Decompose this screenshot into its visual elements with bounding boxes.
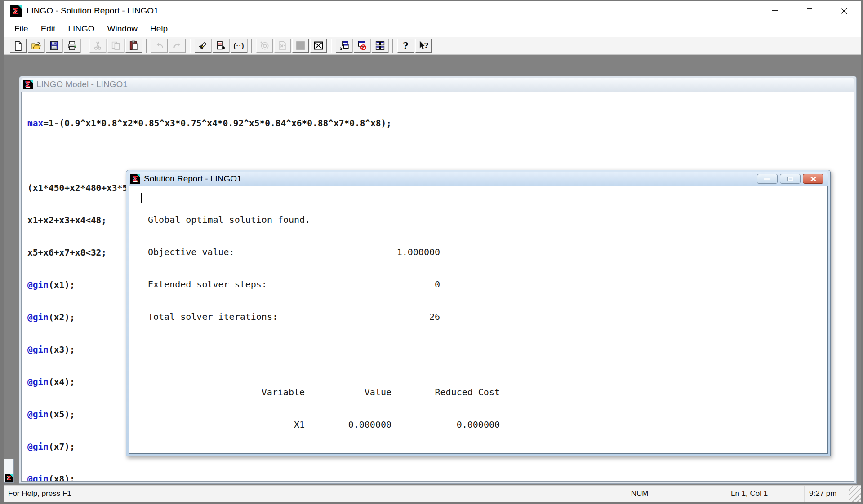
report-content: Global optimal solution found. 1.000000O… bbox=[142, 193, 500, 454]
target-icon bbox=[259, 40, 270, 51]
report-window-title-bar[interactable]: Σ Solution Report - LINGO1 bbox=[129, 172, 828, 186]
mdi-area: Σ LINGO Model - LINGO1 max=1-(0.9^x1*0.8… bbox=[4, 55, 861, 485]
menu-bar: File Edit LINGO Window Help bbox=[4, 21, 861, 37]
title-bar: Σ LINGO - Solution Report - LINGO1 bbox=[4, 1, 861, 21]
open-button[interactable] bbox=[28, 39, 44, 53]
close-windows-icon bbox=[357, 40, 367, 51]
tile-windows-button[interactable] bbox=[372, 39, 388, 53]
x-document-icon bbox=[277, 40, 288, 51]
report-objective: 1.000000Objective value: bbox=[142, 247, 500, 257]
flashlight-icon bbox=[198, 40, 208, 51]
resize-grip[interactable] bbox=[849, 486, 861, 502]
copy-icon bbox=[111, 40, 121, 51]
sigma-glyph: Σ bbox=[13, 6, 19, 15]
solve-button[interactable] bbox=[213, 39, 229, 53]
status-spacer bbox=[250, 486, 627, 502]
help-button[interactable]: ? bbox=[397, 39, 414, 53]
window-title: LINGO - Solution Report - LINGO1 bbox=[27, 6, 159, 16]
variable-row: X10.0000000.000000 bbox=[142, 419, 500, 430]
minimize-icon bbox=[764, 178, 770, 180]
cut-button[interactable] bbox=[89, 39, 106, 53]
code-line bbox=[27, 150, 854, 161]
report-window-icon[interactable]: Σ bbox=[130, 174, 140, 184]
cascade-windows-button[interactable] bbox=[336, 39, 352, 53]
undo-icon bbox=[154, 40, 165, 51]
cut-icon bbox=[93, 40, 103, 51]
text-caret bbox=[141, 193, 142, 203]
code-line: max=1-(0.9^x1*0.8^x2*0.85^x3*0.75^x4*0.9… bbox=[27, 118, 854, 129]
report-status-line: Global optimal solution found. bbox=[142, 214, 500, 225]
cascade-windows-icon bbox=[339, 40, 349, 51]
close-all-windows-button[interactable] bbox=[354, 39, 370, 53]
toolbar-separator bbox=[392, 39, 393, 53]
status-help-text: For Help, press F1 bbox=[4, 486, 250, 502]
toolbar-separator bbox=[85, 39, 85, 53]
context-help-icon: ? bbox=[419, 41, 429, 51]
print-button[interactable] bbox=[64, 39, 80, 53]
solver-status-button[interactable] bbox=[256, 39, 273, 53]
status-bar: For Help, press F1 NUM Ln 1, Col 1 9:27 … bbox=[4, 485, 861, 502]
gray-square-icon bbox=[295, 40, 306, 51]
report-iterations: 26Total solver iterations: bbox=[142, 311, 500, 322]
close-icon bbox=[810, 177, 816, 181]
undo-button[interactable] bbox=[151, 39, 168, 53]
restore-icon bbox=[788, 177, 793, 181]
paste-icon bbox=[129, 40, 139, 51]
cursor-position-indicator: Ln 1, Col 1 bbox=[726, 486, 801, 502]
close-icon bbox=[841, 8, 847, 14]
match-paren-icon: (··) bbox=[234, 42, 245, 49]
gray-square-button[interactable] bbox=[292, 39, 309, 53]
minimize-button[interactable] bbox=[758, 1, 792, 21]
model-window-icon[interactable]: Σ bbox=[23, 80, 33, 89]
x-box-icon bbox=[313, 40, 324, 51]
help-icon: ? bbox=[403, 40, 408, 51]
print-icon bbox=[67, 40, 77, 51]
close-button[interactable] bbox=[827, 1, 861, 21]
menu-lingo[interactable]: LINGO bbox=[62, 22, 101, 36]
toolbar-separator bbox=[190, 39, 191, 53]
lingo-logo-icon[interactable]: Σ bbox=[10, 5, 22, 17]
variables-header: VariableValueReduced Cost bbox=[142, 387, 500, 398]
report-caption-buttons bbox=[757, 174, 826, 184]
redo-icon bbox=[172, 40, 182, 51]
menu-window[interactable]: Window bbox=[101, 22, 144, 36]
find-button[interactable] bbox=[195, 39, 211, 53]
code-line: @gin(x8); bbox=[27, 474, 854, 482]
model-window-title-bar[interactable]: Σ LINGO Model - LINGO1 bbox=[21, 78, 854, 92]
menu-edit[interactable]: Edit bbox=[35, 22, 62, 36]
model-window-title: LINGO Model - LINGO1 bbox=[36, 80, 128, 89]
new-button[interactable] bbox=[10, 39, 27, 53]
context-help-button[interactable]: ? bbox=[415, 39, 432, 53]
background-window-fragment[interactable]: Σ bbox=[4, 459, 14, 483]
report-close-button[interactable] bbox=[803, 174, 823, 184]
redo-button[interactable] bbox=[169, 39, 186, 53]
toolbar-separator bbox=[251, 39, 252, 53]
report-restore-button[interactable] bbox=[780, 174, 801, 184]
variable-row: X20.0000000.000000 bbox=[142, 451, 500, 454]
report-steps: 0Extended solver steps: bbox=[142, 279, 500, 290]
match-paren-button[interactable]: (··) bbox=[231, 39, 247, 53]
maximize-button[interactable] bbox=[792, 1, 827, 21]
menu-help[interactable]: Help bbox=[144, 22, 174, 36]
menu-file[interactable]: File bbox=[8, 22, 35, 36]
caption-buttons bbox=[758, 1, 861, 21]
report-window-title: Solution Report - LINGO1 bbox=[144, 174, 242, 184]
save-button[interactable] bbox=[46, 39, 62, 53]
tile-windows-icon bbox=[375, 40, 385, 51]
solve-document-icon bbox=[216, 40, 226, 51]
x-box-button[interactable] bbox=[310, 39, 327, 53]
toolbar: (··) ? ? bbox=[4, 37, 861, 55]
toolbar-separator bbox=[146, 39, 147, 53]
num-lock-indicator: NUM bbox=[627, 486, 652, 502]
paste-button[interactable] bbox=[125, 39, 142, 53]
report-text-area[interactable]: Global optimal solution found. 1.000000O… bbox=[129, 186, 828, 454]
minimize-icon bbox=[772, 10, 778, 11]
cancel-document-button[interactable] bbox=[274, 39, 291, 53]
toolbar-separator bbox=[331, 39, 332, 53]
fragment-window-icon[interactable]: Σ bbox=[5, 474, 13, 482]
status-empty-pane bbox=[655, 486, 722, 502]
copy-button[interactable] bbox=[107, 39, 124, 53]
clock-indicator: 9:27 pm bbox=[804, 486, 849, 502]
report-minimize-button[interactable] bbox=[757, 174, 778, 184]
new-icon bbox=[13, 40, 23, 51]
